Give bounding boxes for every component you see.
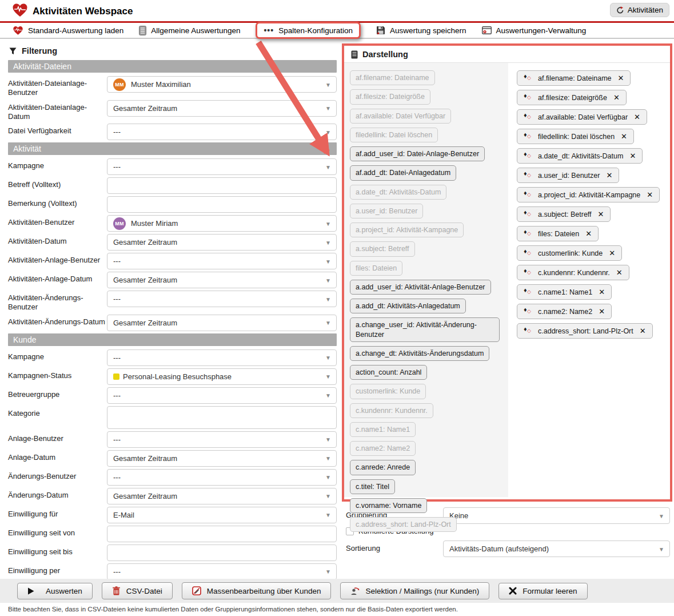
remove-column-icon[interactable]: ✕ bbox=[599, 288, 605, 296]
filter-text-input[interactable] bbox=[107, 545, 337, 561]
diamond-filled-icon: ♦ bbox=[524, 112, 527, 118]
dots-icon: ••• bbox=[264, 26, 274, 35]
selection-mailings-button[interactable]: Selektion / Mailings (nur Kunden) bbox=[340, 582, 489, 599]
toolbar: Standard-Auswertung laden Allgemeine Aus… bbox=[0, 23, 674, 37]
available-column-chip[interactable]: a.change_user_id: Aktivität-Änderung-Ben… bbox=[350, 317, 500, 342]
remove-column-icon[interactable]: ✕ bbox=[647, 190, 653, 199]
filter-select[interactable]: Personal-Leasing Besuchsphase▼ bbox=[107, 368, 337, 385]
filter-select[interactable]: Gesamter Zeitraum▼ bbox=[107, 488, 337, 504]
filter-text-input[interactable] bbox=[107, 526, 337, 542]
toolbar-item-label: Auswertungen-Verwaltung bbox=[496, 26, 587, 35]
remove-column-icon[interactable]: ✕ bbox=[599, 307, 605, 316]
filter-select[interactable]: MMMuster Miriam▼ bbox=[107, 215, 337, 232]
remove-column-icon[interactable]: ✕ bbox=[629, 152, 636, 160]
diamond-outline-icon: ◇ bbox=[527, 250, 531, 256]
filter-select[interactable]: MMMuster Maximilian▼ bbox=[107, 76, 337, 93]
filter-text-input[interactable] bbox=[107, 406, 337, 429]
filter-select[interactable]: ---▼ bbox=[107, 158, 337, 175]
filter-select[interactable]: ---▼ bbox=[107, 349, 337, 366]
refresh-activities-button[interactable]: Aktivitäten bbox=[610, 3, 669, 17]
available-column-chip[interactable]: action_count: Anzahl bbox=[350, 365, 427, 380]
filter-text-input[interactable] bbox=[107, 177, 337, 194]
remove-column-icon[interactable]: ✕ bbox=[585, 229, 592, 238]
selected-column-chip[interactable]: ♦◇a.project_id: Aktivität-Kampagne✕ bbox=[517, 187, 660, 202]
selected-column-label: a.user_id: Benutzer bbox=[538, 172, 600, 180]
remove-column-icon[interactable]: ✕ bbox=[621, 132, 627, 141]
filter-select[interactable]: ---▼ bbox=[107, 431, 337, 448]
drag-handle-icon[interactable]: ♦◇ bbox=[524, 308, 532, 315]
remove-column-icon[interactable]: ✕ bbox=[609, 249, 615, 257]
available-column-chip[interactable]: a.add_user_id: Aktivität-Anlage-Benutzer bbox=[350, 280, 491, 295]
selected-column-chip[interactable]: ♦◇c.address_short: Land-Plz-Ort✕ bbox=[517, 323, 653, 339]
remove-column-icon[interactable]: ✕ bbox=[640, 327, 646, 335]
drag-handle-icon[interactable]: ♦◇ bbox=[524, 94, 532, 101]
drag-handle-icon[interactable]: ♦◇ bbox=[524, 172, 532, 179]
filter-select[interactable]: ---▼ bbox=[107, 387, 337, 404]
filter-select[interactable]: ---▼ bbox=[107, 563, 337, 580]
drag-handle-icon[interactable]: ♦◇ bbox=[524, 113, 532, 121]
available-column-chip[interactable]: c.titel: Titel bbox=[350, 479, 395, 494]
drag-handle-icon[interactable]: ♦◇ bbox=[524, 133, 532, 140]
diamond-outline-icon: ◇ bbox=[527, 172, 531, 178]
remove-column-icon[interactable]: ✕ bbox=[634, 113, 640, 121]
available-column-chip[interactable]: c.anrede: Anrede bbox=[350, 460, 416, 475]
filter-select[interactable]: Gesamter Zeitraum▼ bbox=[107, 272, 337, 288]
remove-column-icon[interactable]: ✕ bbox=[606, 171, 612, 180]
available-column-chip: af.filename: Dateiname bbox=[350, 70, 435, 85]
drag-handle-icon[interactable]: ♦◇ bbox=[524, 269, 532, 276]
selected-column-chip[interactable]: ♦◇c.name1: Name1✕ bbox=[517, 284, 612, 300]
drag-handle-icon[interactable]: ♦◇ bbox=[524, 210, 532, 218]
available-column-chip[interactable]: a.change_dt: Aktivitäts-Änderungsdatum bbox=[350, 346, 489, 361]
filter-select[interactable]: ---▼ bbox=[107, 469, 337, 486]
remove-column-icon[interactable]: ✕ bbox=[618, 74, 624, 82]
drag-handle-icon[interactable]: ♦◇ bbox=[524, 74, 532, 82]
remove-column-icon[interactable]: ✕ bbox=[613, 93, 620, 102]
selected-column-chip[interactable]: ♦◇af.filesize: Dateigröße✕ bbox=[517, 90, 627, 105]
toolbar-save-report[interactable]: Auswertung speichern bbox=[376, 26, 466, 35]
evaluate-button[interactable]: Auswerten bbox=[17, 583, 93, 599]
selected-column-chip[interactable]: ♦◇files: Dateien✕ bbox=[517, 226, 599, 241]
toolbar-general-reports[interactable]: Allgemeine Auswertungen bbox=[139, 26, 240, 35]
drag-handle-icon[interactable]: ♦◇ bbox=[524, 152, 532, 160]
available-column-chip[interactable]: c.vorname: Vorname bbox=[350, 498, 427, 513]
filter-select[interactable]: ---▼ bbox=[107, 124, 337, 140]
grouping-select[interactable]: Keine ▼ bbox=[443, 507, 670, 524]
filter-panel: Filterung Aktivität-DateienAktivitäten-D… bbox=[8, 45, 337, 582]
drag-handle-icon[interactable]: ♦◇ bbox=[524, 191, 532, 198]
sorting-select[interactable]: Aktivitäts-Datum (aufsteigend) ▼ bbox=[443, 541, 670, 557]
filter-select[interactable]: ---▼ bbox=[107, 291, 337, 307]
selected-column-chip[interactable]: ♦◇a.subject: Betreff✕ bbox=[517, 206, 611, 222]
filter-select[interactable]: Gesamter Zeitraum▼ bbox=[107, 100, 337, 117]
selected-column-chip[interactable]: ♦◇c.name2: Name2✕ bbox=[517, 304, 612, 319]
filter-select[interactable]: Gesamter Zeitraum▼ bbox=[107, 315, 337, 331]
csv-file-button[interactable]: CSV-Datei bbox=[102, 582, 173, 599]
filter-select[interactable]: ---▼ bbox=[107, 253, 337, 269]
remove-column-icon[interactable]: ✕ bbox=[616, 268, 623, 277]
available-column-chip[interactable]: af.add_dt: Datei-Anlagedatum bbox=[350, 165, 456, 180]
filter-select[interactable]: E-Mail▼ bbox=[107, 507, 337, 523]
filter-select[interactable]: Gesamter Zeitraum▼ bbox=[107, 450, 337, 467]
filter-field-label: Betreuergruppe bbox=[8, 387, 107, 399]
filter-text-input[interactable] bbox=[107, 196, 337, 213]
selected-column-chip[interactable]: ♦◇af.available: Datei Verfügbar✕ bbox=[517, 109, 647, 125]
selected-column-chip[interactable]: ♦◇a.date_dt: Aktivitäts-Datum✕ bbox=[517, 148, 643, 164]
drag-handle-icon[interactable]: ♦◇ bbox=[524, 249, 532, 257]
selected-column-chip[interactable]: ♦◇c.kundennr: Kundennr.✕ bbox=[517, 265, 629, 280]
toolbar-column-configuration[interactable]: ••• Spalten-Konfiguration bbox=[256, 22, 361, 39]
chevron-down-icon: ▼ bbox=[325, 355, 331, 361]
available-column-chip[interactable]: af.add_user_id: Datei-Anlage-Benutzer bbox=[350, 146, 485, 161]
selected-column-chip[interactable]: ♦◇filedellink: Datei löschen✕ bbox=[517, 129, 634, 144]
toolbar-load-standard-report[interactable]: Standard-Auswertung laden bbox=[13, 26, 123, 35]
mass-edit-button[interactable]: Massenbearbeitung über Kunden bbox=[182, 582, 332, 599]
drag-handle-icon[interactable]: ♦◇ bbox=[524, 327, 532, 335]
available-column-chip[interactable]: a.add_dt: Aktivitäts-Anlagedatum bbox=[350, 299, 466, 313]
remove-column-icon[interactable]: ✕ bbox=[598, 210, 604, 218]
toolbar-reports-management[interactable]: Auswertungen-Verwaltung bbox=[482, 26, 587, 35]
selected-column-chip[interactable]: ♦◇a.user_id: Benutzer✕ bbox=[517, 168, 619, 183]
drag-handle-icon[interactable]: ♦◇ bbox=[524, 230, 532, 237]
selected-column-chip[interactable]: ♦◇af.filename: Dateiname✕ bbox=[517, 70, 631, 86]
filter-select[interactable]: Gesamter Zeitraum▼ bbox=[107, 234, 337, 251]
drag-handle-icon[interactable]: ♦◇ bbox=[524, 288, 532, 296]
selected-column-chip[interactable]: ♦◇customerlink: Kunde✕ bbox=[517, 245, 622, 261]
clear-form-button[interactable]: Formular leeren bbox=[498, 583, 587, 599]
